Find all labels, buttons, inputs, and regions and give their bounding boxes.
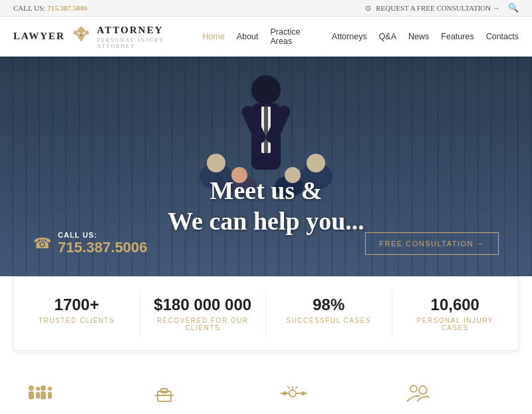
top-bar: CALL US: 715.387.5006 ⊙ REQUEST A FREE C… <box>0 0 532 17</box>
svg-point-34 <box>301 391 305 395</box>
nav-item-news[interactable]: News <box>408 32 429 41</box>
svg-point-39 <box>419 386 427 394</box>
hero-phone-details: CALL US: 715.387.5006 <box>58 231 148 256</box>
hero-call-number: 715.387.5006 <box>58 239 148 256</box>
call-us-label: CALL US: <box>13 4 45 12</box>
svg-point-38 <box>410 385 417 392</box>
stat-number: $180 000 000 <box>150 296 256 314</box>
free-consultation-button[interactable]: FREE CONSULTATION → <box>365 232 499 255</box>
stat-item: $180 000 000 RECOVERED FOR OUR CLIENTS <box>140 289 267 338</box>
hero-bottom: ☎ CALL US: 715.387.5006 FREE CONSULTATIO… <box>0 231 532 256</box>
service-icon-civil <box>406 381 505 406</box>
svg-rect-23 <box>41 391 46 399</box>
stat-label: RECOVERED FOR OUR CLIENTS <box>150 317 256 331</box>
logo-brand-text: LAWYER <box>13 31 65 42</box>
main-nav: HomeAboutPractice AreasAttorneysQ&ANewsF… <box>203 27 519 46</box>
logo-attorney-text: ATTORNEY <box>97 25 164 35</box>
svg-point-20 <box>36 387 40 391</box>
service-item: Civil Litigation Claritas est etiam proc… <box>399 374 512 414</box>
nav-item-q&a[interactable]: Q&A <box>379 32 396 41</box>
stat-number: 10,600 <box>402 296 509 314</box>
services-section: Family Law Claritas est etiam processus … <box>0 351 532 414</box>
logo-icon <box>70 23 92 49</box>
stats-section: 1700+ TRUSTED CLIENTS $180 000 000 RECOV… <box>13 276 519 351</box>
stat-label: TRUSTED CLIENTS <box>24 317 130 324</box>
svg-point-18 <box>29 385 34 391</box>
svg-point-2 <box>82 32 85 35</box>
svg-point-33 <box>283 391 287 395</box>
svg-line-35 <box>287 386 290 389</box>
hero-call-block: ☎ CALL US: 715.387.5006 <box>33 231 148 256</box>
top-bar-right: ⊙ REQUEST A FREE CONSULTATION → 🔍 <box>365 3 519 13</box>
stat-label: SUCCESSFUL CASES <box>276 317 382 324</box>
phone-icon: ☎ <box>33 235 51 252</box>
hero-section: Meet us & We can help you... ☎ CALL US: … <box>0 57 532 276</box>
nav-item-practice-areas[interactable]: Practice Areas <box>271 27 301 46</box>
service-item: Trust & Estates Claritas est etiam proce… <box>273 374 386 414</box>
nav-item-features[interactable]: Features <box>441 32 473 41</box>
top-phone-link[interactable]: 715.387.5006 <box>47 4 88 12</box>
svg-point-1 <box>77 32 80 35</box>
svg-rect-25 <box>48 392 52 399</box>
stat-item: 98% SUCCESSFUL CASES <box>266 289 392 338</box>
search-icon[interactable]: 🔍 <box>508 3 519 13</box>
svg-point-24 <box>48 387 52 391</box>
logo: LAWYER ATTORNEY PERSONAL INJURY ATTORNEY <box>13 23 203 49</box>
svg-marker-0 <box>73 26 89 42</box>
nav-item-attorneys[interactable]: Attorneys <box>332 32 367 41</box>
stat-item: 10,600 PERSONAL INJURY CASES <box>392 289 519 338</box>
nav-item-contacts[interactable]: Contacts <box>486 32 519 41</box>
stat-number: 1700+ <box>24 296 130 314</box>
hero-call-label: CALL US: <box>58 231 148 239</box>
logo-text-block: ATTORNEY PERSONAL INJURY ATTORNEY <box>97 24 203 49</box>
svg-point-22 <box>41 385 46 391</box>
svg-rect-19 <box>29 391 34 399</box>
top-bar-phone: CALL US: 715.387.5006 <box>13 4 87 12</box>
logo-subtitle: PERSONAL INJURY ATTORNEY <box>97 37 203 49</box>
service-icon-trust <box>279 381 379 406</box>
nav-item-about[interactable]: About <box>237 32 259 41</box>
service-item: Business Law Claritas est etiam processu… <box>146 374 259 414</box>
svg-line-37 <box>295 386 298 389</box>
consultation-link[interactable]: ⊙ REQUEST A FREE CONSULTATION → <box>365 4 500 13</box>
hero-content: Meet us & We can help you... <box>0 96 532 236</box>
nav-item-home[interactable]: Home <box>203 32 225 41</box>
header: LAWYER ATTORNEY PERSONAL INJURY ATTORNEY… <box>0 17 532 57</box>
service-icon-business <box>153 381 253 406</box>
stat-number: 98% <box>276 296 382 314</box>
svg-rect-21 <box>36 392 40 399</box>
consultation-icon: ⊙ <box>365 4 371 12</box>
stat-item: 1700+ TRUSTED CLIENTS <box>14 289 140 338</box>
service-item: Family Law Claritas est etiam processus … <box>20 374 133 414</box>
svg-point-31 <box>289 390 296 397</box>
stat-label: PERSONAL INJURY CASES <box>402 317 509 331</box>
service-icon-family <box>27 381 126 406</box>
hero-title: Meet us & We can help you... <box>168 176 364 236</box>
